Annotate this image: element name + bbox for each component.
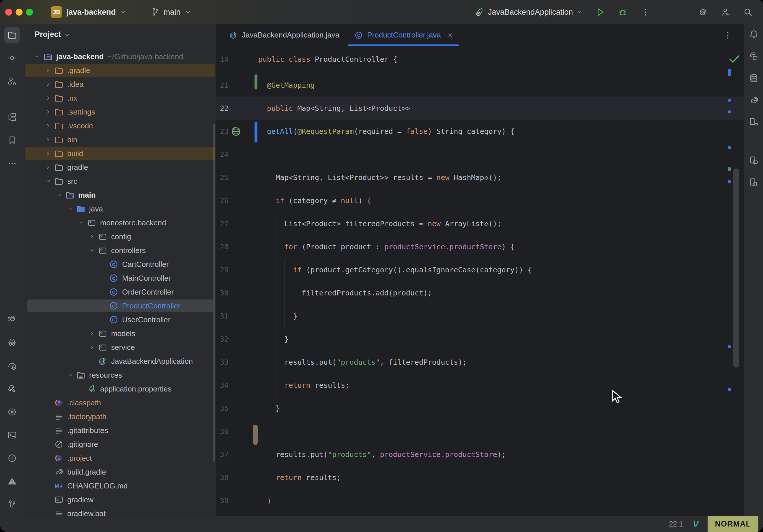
chevron-down-icon[interactable] — [53, 188, 65, 202]
chevron-down-icon[interactable] — [86, 244, 98, 257]
tree-item--nx[interactable]: .nx — [24, 91, 216, 105]
tool-incognito-button[interactable] — [4, 335, 20, 351]
tool-more-tools-button[interactable] — [4, 155, 20, 171]
window-zoom-button[interactable] — [26, 9, 33, 16]
tree-item-main[interactable]: main — [24, 188, 216, 202]
line-number[interactable]: 36 — [216, 420, 229, 443]
line-number[interactable]: 39 — [216, 489, 229, 512]
error-stripe-change-mark[interactable] — [728, 146, 731, 149]
code-line-33[interactable]: 33 results.put("products", filteredProdu… — [216, 351, 744, 374]
gutter-change-marker-added[interactable] — [255, 74, 258, 89]
error-stripe-change-mark[interactable] — [728, 167, 731, 171]
line-number[interactable]: 28 — [216, 235, 229, 259]
tool-database-button[interactable] — [746, 71, 761, 86]
spring-endpoint-icon[interactable] — [230, 126, 242, 137]
line-number[interactable]: 29 — [216, 259, 229, 281]
line-number[interactable]: 33 — [216, 351, 229, 374]
line-number[interactable]: 30 — [216, 281, 229, 305]
code-line-29[interactable]: 29 if (product.getCategory().equalsIgnor… — [216, 259, 744, 281]
tree-item-bin[interactable]: bin — [24, 133, 216, 147]
tree-item-usercontroller[interactable]: CUserController — [24, 313, 216, 327]
line-number[interactable]: 32 — [216, 328, 229, 351]
chevron-right-icon[interactable] — [42, 77, 54, 91]
tree-item--vscode[interactable]: .vscode — [24, 119, 216, 133]
tool-structure-button[interactable] — [4, 73, 20, 89]
tool-bookmarks-button[interactable] — [4, 132, 20, 148]
line-number[interactable]: 26 — [216, 189, 229, 212]
line-number[interactable]: 24 — [216, 143, 229, 166]
chevron-right-icon[interactable] — [42, 91, 54, 105]
chevron-right-icon[interactable] — [86, 341, 98, 354]
line-number[interactable]: 37 — [216, 443, 229, 466]
chevron-right-icon[interactable] — [42, 119, 54, 133]
line-number[interactable]: 27 — [216, 212, 229, 235]
code-with-me-button[interactable] — [720, 7, 730, 17]
tree-item-models[interactable]: models — [24, 327, 216, 341]
gutter-change-marker-modified-ws[interactable] — [253, 425, 258, 445]
gutter-change-marker-modified[interactable] — [255, 122, 258, 143]
tree-item--project[interactable]: .project — [24, 451, 216, 465]
tree-item--factorypath[interactable]: .factorypath — [24, 410, 216, 424]
chevron-down-icon[interactable] — [42, 174, 54, 188]
inspections-status-ok-icon[interactable] — [728, 53, 740, 65]
debug-button[interactable] — [618, 7, 628, 17]
tree-item--classpath[interactable]: .classpath — [24, 396, 216, 410]
project-view-selector[interactable]: Project — [35, 30, 70, 39]
tool-notifications-button[interactable] — [746, 27, 761, 42]
chevron-right-icon[interactable] — [42, 105, 54, 119]
tree-item-maincontroller[interactable]: CMainController — [24, 271, 216, 285]
chevron-right-icon[interactable] — [86, 327, 98, 341]
tool-problems-button[interactable] — [4, 450, 20, 466]
chevron-right-icon[interactable] — [42, 63, 54, 77]
tree-item-gradle[interactable]: gradle — [24, 160, 216, 174]
error-stripe-change-mark[interactable] — [728, 345, 731, 348]
ai-assistant-button[interactable] — [698, 7, 708, 17]
chevron-down-icon[interactable] — [75, 216, 87, 230]
tool-profiler-button[interactable] — [4, 358, 20, 374]
code-line-26[interactable]: 26 if (category ≠ null) { — [216, 189, 744, 212]
window-minimize-button[interactable] — [16, 9, 23, 16]
tree-item--gitignore[interactable]: .gitignore — [24, 437, 216, 451]
tree-item-resources[interactable]: resources — [24, 368, 216, 382]
tree-item-monostore-backend[interactable]: monostore.backend — [24, 216, 216, 230]
code-line-38[interactable]: 38 return results; — [216, 466, 744, 489]
code-line-24[interactable]: 24 — [216, 143, 744, 166]
tool-ai-assistant-button[interactable] — [746, 49, 761, 64]
code-editor[interactable]: 21 @GetMapping22 public Map<String, List… — [216, 24, 744, 516]
tool-commit-button[interactable] — [4, 50, 20, 66]
project-name-button[interactable]: java-backend — [66, 8, 116, 17]
code-line-28[interactable]: 28 for (Product product : productService… — [216, 235, 744, 259]
tree-item-java-backend[interactable]: java-backend~/Github/java-backend — [24, 50, 216, 63]
chevron-right-icon[interactable] — [86, 230, 98, 244]
line-number[interactable]: 21 — [216, 74, 229, 97]
branch-selector-button[interactable]: main — [164, 8, 181, 17]
editor-scrollbar-thumb[interactable] — [733, 168, 739, 368]
tool-running-devices-button[interactable] — [746, 153, 761, 168]
tool-terminal-button[interactable] — [4, 427, 20, 443]
code-line-36[interactable]: 36 — [216, 420, 744, 443]
tree-item-javabackendapplication[interactable]: JavaBackendApplication — [24, 354, 216, 368]
tree-item--gradle[interactable]: .gradle — [24, 63, 216, 77]
tool-device-explorer-button[interactable] — [746, 175, 761, 190]
code-line-27[interactable]: 27 List<Product> filteredProducts = new … — [216, 212, 744, 235]
error-stripe-change-mark[interactable] — [728, 180, 731, 183]
line-number[interactable]: 38 — [216, 466, 229, 489]
code-line-23[interactable]: 23 getAll(@RequestParam(required = false… — [216, 120, 744, 143]
tree-item-changelog-md[interactable]: MCHANGELOG.md — [24, 479, 216, 493]
search-everywhere-button[interactable] — [743, 7, 753, 17]
chevron-down-icon[interactable] — [64, 368, 76, 382]
tree-item-build-gradle[interactable]: build.gradle — [24, 465, 216, 479]
error-stripe-change-mark[interactable] — [728, 99, 731, 102]
tree-item-gradlew[interactable]: gradlew — [24, 493, 216, 507]
run-configuration-selector[interactable]: JavaBackendApplication — [475, 7, 583, 17]
tree-item--idea[interactable]: .idea — [24, 77, 216, 91]
code-line-35[interactable]: 35 } — [216, 397, 744, 420]
more-actions-button[interactable] — [640, 7, 650, 17]
line-number[interactable]: 35 — [216, 397, 229, 420]
tree-item-gradlew-bat[interactable]: gradlew.bat — [24, 507, 216, 516]
line-number[interactable]: 31 — [216, 305, 229, 328]
tool-warnings-button[interactable] — [4, 473, 20, 489]
tree-item-service[interactable]: service — [24, 341, 216, 354]
code-line-37[interactable]: 37 results.put("products", productServic… — [216, 443, 744, 466]
tool-services-button[interactable] — [4, 404, 20, 420]
